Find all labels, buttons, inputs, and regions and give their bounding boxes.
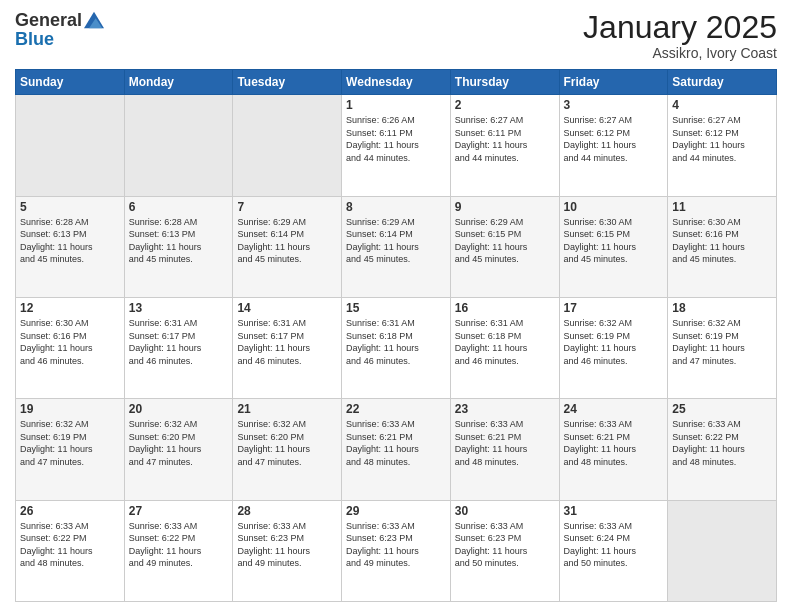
calendar-week-row: 5Sunrise: 6:28 AM Sunset: 6:13 PM Daylig… bbox=[16, 196, 777, 297]
table-row: 31Sunrise: 6:33 AM Sunset: 6:24 PM Dayli… bbox=[559, 500, 668, 601]
day-number: 28 bbox=[237, 504, 337, 518]
logo-icon bbox=[84, 10, 104, 30]
table-row: 23Sunrise: 6:33 AM Sunset: 6:21 PM Dayli… bbox=[450, 399, 559, 500]
day-info: Sunrise: 6:33 AM Sunset: 6:23 PM Dayligh… bbox=[237, 520, 337, 570]
day-number: 8 bbox=[346, 200, 446, 214]
title-block: January 2025 Assikro, Ivory Coast bbox=[583, 10, 777, 61]
day-number: 17 bbox=[564, 301, 664, 315]
table-row: 9Sunrise: 6:29 AM Sunset: 6:15 PM Daylig… bbox=[450, 196, 559, 297]
table-row: 11Sunrise: 6:30 AM Sunset: 6:16 PM Dayli… bbox=[668, 196, 777, 297]
logo: General Blue bbox=[15, 10, 104, 48]
day-info: Sunrise: 6:32 AM Sunset: 6:20 PM Dayligh… bbox=[237, 418, 337, 468]
day-info: Sunrise: 6:31 AM Sunset: 6:17 PM Dayligh… bbox=[237, 317, 337, 367]
day-info: Sunrise: 6:33 AM Sunset: 6:22 PM Dayligh… bbox=[20, 520, 120, 570]
day-info: Sunrise: 6:27 AM Sunset: 6:12 PM Dayligh… bbox=[672, 114, 772, 164]
day-number: 4 bbox=[672, 98, 772, 112]
location-subtitle: Assikro, Ivory Coast bbox=[583, 45, 777, 61]
col-monday: Monday bbox=[124, 70, 233, 95]
day-number: 22 bbox=[346, 402, 446, 416]
table-row: 12Sunrise: 6:30 AM Sunset: 6:16 PM Dayli… bbox=[16, 297, 125, 398]
table-row: 15Sunrise: 6:31 AM Sunset: 6:18 PM Dayli… bbox=[342, 297, 451, 398]
day-info: Sunrise: 6:30 AM Sunset: 6:16 PM Dayligh… bbox=[20, 317, 120, 367]
table-row: 16Sunrise: 6:31 AM Sunset: 6:18 PM Dayli… bbox=[450, 297, 559, 398]
calendar-week-row: 1Sunrise: 6:26 AM Sunset: 6:11 PM Daylig… bbox=[16, 95, 777, 196]
day-number: 24 bbox=[564, 402, 664, 416]
day-number: 19 bbox=[20, 402, 120, 416]
day-number: 1 bbox=[346, 98, 446, 112]
day-info: Sunrise: 6:29 AM Sunset: 6:14 PM Dayligh… bbox=[237, 216, 337, 266]
col-saturday: Saturday bbox=[668, 70, 777, 95]
day-info: Sunrise: 6:30 AM Sunset: 6:16 PM Dayligh… bbox=[672, 216, 772, 266]
table-row: 2Sunrise: 6:27 AM Sunset: 6:11 PM Daylig… bbox=[450, 95, 559, 196]
day-number: 14 bbox=[237, 301, 337, 315]
table-row bbox=[16, 95, 125, 196]
day-info: Sunrise: 6:33 AM Sunset: 6:21 PM Dayligh… bbox=[346, 418, 446, 468]
day-info: Sunrise: 6:33 AM Sunset: 6:21 PM Dayligh… bbox=[564, 418, 664, 468]
table-row: 20Sunrise: 6:32 AM Sunset: 6:20 PM Dayli… bbox=[124, 399, 233, 500]
day-info: Sunrise: 6:31 AM Sunset: 6:17 PM Dayligh… bbox=[129, 317, 229, 367]
day-info: Sunrise: 6:31 AM Sunset: 6:18 PM Dayligh… bbox=[455, 317, 555, 367]
calendar-week-row: 12Sunrise: 6:30 AM Sunset: 6:16 PM Dayli… bbox=[16, 297, 777, 398]
day-number: 12 bbox=[20, 301, 120, 315]
day-number: 11 bbox=[672, 200, 772, 214]
day-number: 6 bbox=[129, 200, 229, 214]
table-row: 6Sunrise: 6:28 AM Sunset: 6:13 PM Daylig… bbox=[124, 196, 233, 297]
day-info: Sunrise: 6:33 AM Sunset: 6:22 PM Dayligh… bbox=[129, 520, 229, 570]
calendar-table: Sunday Monday Tuesday Wednesday Thursday… bbox=[15, 69, 777, 602]
col-thursday: Thursday bbox=[450, 70, 559, 95]
day-info: Sunrise: 6:32 AM Sunset: 6:19 PM Dayligh… bbox=[564, 317, 664, 367]
table-row: 21Sunrise: 6:32 AM Sunset: 6:20 PM Dayli… bbox=[233, 399, 342, 500]
day-number: 5 bbox=[20, 200, 120, 214]
col-wednesday: Wednesday bbox=[342, 70, 451, 95]
day-number: 9 bbox=[455, 200, 555, 214]
table-row bbox=[668, 500, 777, 601]
table-row: 24Sunrise: 6:33 AM Sunset: 6:21 PM Dayli… bbox=[559, 399, 668, 500]
table-row: 7Sunrise: 6:29 AM Sunset: 6:14 PM Daylig… bbox=[233, 196, 342, 297]
day-info: Sunrise: 6:33 AM Sunset: 6:23 PM Dayligh… bbox=[455, 520, 555, 570]
day-info: Sunrise: 6:28 AM Sunset: 6:13 PM Dayligh… bbox=[20, 216, 120, 266]
day-number: 20 bbox=[129, 402, 229, 416]
day-number: 13 bbox=[129, 301, 229, 315]
day-number: 18 bbox=[672, 301, 772, 315]
table-row: 8Sunrise: 6:29 AM Sunset: 6:14 PM Daylig… bbox=[342, 196, 451, 297]
day-number: 16 bbox=[455, 301, 555, 315]
table-row: 25Sunrise: 6:33 AM Sunset: 6:22 PM Dayli… bbox=[668, 399, 777, 500]
day-number: 7 bbox=[237, 200, 337, 214]
table-row: 29Sunrise: 6:33 AM Sunset: 6:23 PM Dayli… bbox=[342, 500, 451, 601]
table-row: 17Sunrise: 6:32 AM Sunset: 6:19 PM Dayli… bbox=[559, 297, 668, 398]
month-title: January 2025 bbox=[583, 10, 777, 45]
day-number: 15 bbox=[346, 301, 446, 315]
day-info: Sunrise: 6:32 AM Sunset: 6:19 PM Dayligh… bbox=[672, 317, 772, 367]
table-row: 22Sunrise: 6:33 AM Sunset: 6:21 PM Dayli… bbox=[342, 399, 451, 500]
calendar-week-row: 26Sunrise: 6:33 AM Sunset: 6:22 PM Dayli… bbox=[16, 500, 777, 601]
day-number: 25 bbox=[672, 402, 772, 416]
day-number: 26 bbox=[20, 504, 120, 518]
table-row: 5Sunrise: 6:28 AM Sunset: 6:13 PM Daylig… bbox=[16, 196, 125, 297]
table-row: 30Sunrise: 6:33 AM Sunset: 6:23 PM Dayli… bbox=[450, 500, 559, 601]
table-row: 4Sunrise: 6:27 AM Sunset: 6:12 PM Daylig… bbox=[668, 95, 777, 196]
table-row: 10Sunrise: 6:30 AM Sunset: 6:15 PM Dayli… bbox=[559, 196, 668, 297]
day-info: Sunrise: 6:33 AM Sunset: 6:24 PM Dayligh… bbox=[564, 520, 664, 570]
day-number: 10 bbox=[564, 200, 664, 214]
table-row: 28Sunrise: 6:33 AM Sunset: 6:23 PM Dayli… bbox=[233, 500, 342, 601]
day-info: Sunrise: 6:30 AM Sunset: 6:15 PM Dayligh… bbox=[564, 216, 664, 266]
table-row: 27Sunrise: 6:33 AM Sunset: 6:22 PM Dayli… bbox=[124, 500, 233, 601]
day-number: 3 bbox=[564, 98, 664, 112]
day-info: Sunrise: 6:28 AM Sunset: 6:13 PM Dayligh… bbox=[129, 216, 229, 266]
day-number: 31 bbox=[564, 504, 664, 518]
logo-general-text: General bbox=[15, 11, 82, 29]
day-info: Sunrise: 6:32 AM Sunset: 6:19 PM Dayligh… bbox=[20, 418, 120, 468]
table-row: 3Sunrise: 6:27 AM Sunset: 6:12 PM Daylig… bbox=[559, 95, 668, 196]
day-number: 21 bbox=[237, 402, 337, 416]
day-info: Sunrise: 6:26 AM Sunset: 6:11 PM Dayligh… bbox=[346, 114, 446, 164]
day-number: 29 bbox=[346, 504, 446, 518]
table-row: 19Sunrise: 6:32 AM Sunset: 6:19 PM Dayli… bbox=[16, 399, 125, 500]
header: General Blue January 2025 Assikro, Ivory… bbox=[15, 10, 777, 61]
day-info: Sunrise: 6:33 AM Sunset: 6:22 PM Dayligh… bbox=[672, 418, 772, 468]
calendar-week-row: 19Sunrise: 6:32 AM Sunset: 6:19 PM Dayli… bbox=[16, 399, 777, 500]
page: General Blue January 2025 Assikro, Ivory… bbox=[0, 0, 792, 612]
day-info: Sunrise: 6:27 AM Sunset: 6:11 PM Dayligh… bbox=[455, 114, 555, 164]
day-info: Sunrise: 6:33 AM Sunset: 6:23 PM Dayligh… bbox=[346, 520, 446, 570]
col-tuesday: Tuesday bbox=[233, 70, 342, 95]
day-info: Sunrise: 6:29 AM Sunset: 6:14 PM Dayligh… bbox=[346, 216, 446, 266]
